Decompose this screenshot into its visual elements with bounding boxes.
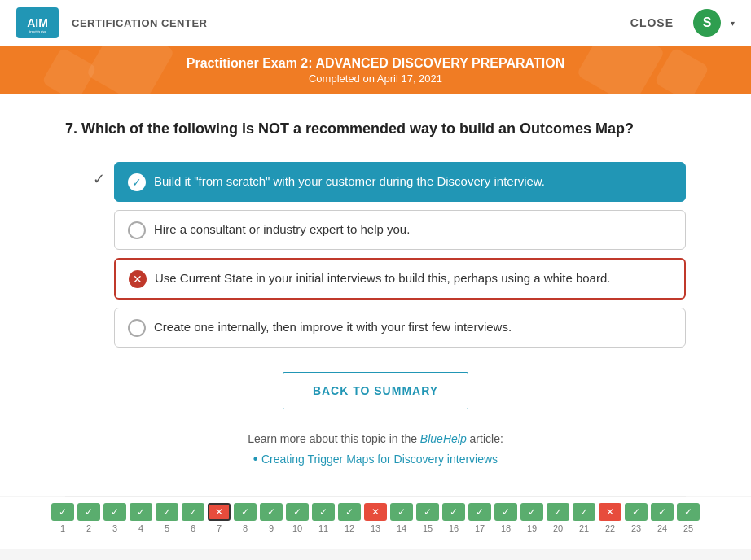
nav-dot-4[interactable]: ✓ <box>130 503 152 521</box>
checkmark-b <box>90 210 108 218</box>
banner-decoration-1 <box>86 46 174 94</box>
nav-dot-18[interactable]: ✓ <box>494 503 517 521</box>
nav-num-17: 17 <box>468 523 491 533</box>
nav-dot-13[interactable]: ✕ <box>364 503 387 521</box>
nav-num-8: 8 <box>234 523 257 533</box>
nav-dot-10[interactable]: ✓ <box>286 503 309 521</box>
option-d[interactable]: Create one internally, then improve it w… <box>114 308 686 348</box>
option-c-text: Use Current State in your initial interv… <box>155 269 610 287</box>
chevron-down-icon[interactable]: ▾ <box>731 19 735 28</box>
nav-num-13: 13 <box>364 523 387 533</box>
option-row-d: Create one internally, then improve it w… <box>90 308 686 348</box>
option-a-text: Build it "from scratch" with your custom… <box>154 173 545 190</box>
bluehelp-italic: BlueHelp <box>420 432 467 445</box>
nav-num-22: 22 <box>599 523 621 533</box>
learn-more-prefix: Learn more about this topic in the <box>248 432 420 445</box>
banner-decoration-3 <box>42 47 97 94</box>
option-c-x-icon: ✕ <box>129 270 147 288</box>
banner-decoration-2 <box>576 46 665 94</box>
nav-dot-20[interactable]: ✓ <box>547 503 569 521</box>
close-button[interactable]: CLOSE <box>621 11 683 34</box>
nav-num-6: 6 <box>182 523 204 533</box>
nav-num-19: 19 <box>520 523 543 533</box>
nav-num-4: 4 <box>130 523 152 533</box>
logo: AIM institute <box>16 7 59 38</box>
option-row-b: Hire a consultant or industry expert to … <box>90 210 686 250</box>
nav-num-2: 2 <box>77 523 100 533</box>
option-c[interactable]: ✕ Use Current State in your initial inte… <box>114 258 686 300</box>
nav-num-14: 14 <box>390 523 413 533</box>
option-row-c: ✕ Use Current State in your initial inte… <box>90 258 686 300</box>
question-body: Which of the following is NOT a recommen… <box>81 120 634 137</box>
nav-num-12: 12 <box>338 523 361 533</box>
nav-num-15: 15 <box>416 523 439 533</box>
nav-dot-22[interactable]: ✕ <box>599 503 621 521</box>
option-a-check-icon: ✓ <box>128 173 146 191</box>
article-link[interactable]: Creating Trigger Maps for Discovery inte… <box>261 453 498 466</box>
nav-dot-15[interactable]: ✓ <box>416 503 439 521</box>
article-link-row: Creating Trigger Maps for Discovery inte… <box>65 452 686 466</box>
nav-num-5: 5 <box>156 523 178 533</box>
nav-num-23: 23 <box>625 523 648 533</box>
nav-num-18: 18 <box>494 523 517 533</box>
header-left: AIM institute CERTIFICATION CENTER <box>16 7 207 38</box>
main-content: 7. Which of the following is NOT a recom… <box>0 94 751 496</box>
nav-num-9: 9 <box>260 523 283 533</box>
nav-dot-24[interactable]: ✓ <box>651 503 674 521</box>
nav-num-25: 25 <box>677 523 700 533</box>
nav-dot-6[interactable]: ✓ <box>182 503 204 521</box>
question-text: 7. Which of the following is NOT a recom… <box>65 119 686 139</box>
nav-dot-12[interactable]: ✓ <box>338 503 361 521</box>
back-to-summary-button[interactable]: BACK TO SUMMARY <box>283 372 468 409</box>
nav-dot-16[interactable]: ✓ <box>442 503 465 521</box>
checkmark-d <box>90 308 108 316</box>
svg-text:institute: institute <box>29 29 46 34</box>
nav-num-10: 10 <box>286 523 309 533</box>
learn-more-suffix: article: <box>467 432 503 445</box>
nav-dot-14[interactable]: ✓ <box>390 503 413 521</box>
option-d-radio-icon <box>128 319 146 337</box>
nav-num-21: 21 <box>573 523 595 533</box>
nav-dot-17[interactable]: ✓ <box>468 503 491 521</box>
nav-dot-11[interactable]: ✓ <box>312 503 335 521</box>
checkmark-c <box>90 258 108 266</box>
nav-dot-8[interactable]: ✓ <box>234 503 257 521</box>
exam-banner: Practitioner Exam 2: ADVANCED DISCOVERY … <box>0 46 751 94</box>
nav-num-7: 7 <box>208 523 231 533</box>
nav-dot-2[interactable]: ✓ <box>77 503 100 521</box>
option-b-radio-icon <box>128 221 146 239</box>
header-right: CLOSE S ▾ <box>621 9 735 37</box>
nav-dot-3[interactable]: ✓ <box>103 503 126 521</box>
correct-checkmark-a: ✓ <box>90 162 108 188</box>
nav-dot-25[interactable]: ✓ <box>677 503 700 521</box>
option-row-a: ✓ ✓ Build it "from scratch" with your cu… <box>90 162 686 202</box>
avatar[interactable]: S <box>693 9 721 37</box>
nav-num-24: 24 <box>651 523 674 533</box>
svg-text:AIM: AIM <box>27 16 48 29</box>
option-a[interactable]: ✓ Build it "from scratch" with your cust… <box>114 162 686 202</box>
option-b-text: Hire a consultant or industry expert to … <box>154 221 410 238</box>
button-area: BACK TO SUMMARY <box>65 372 686 409</box>
nav-dot-21[interactable]: ✓ <box>573 503 595 521</box>
question-nav: ✓✓✓✓✓✓✕✓✓✓✓✓✕✓✓✓✓✓✓✓✓✕✓✓✓ 12345678910111… <box>0 497 751 549</box>
options-list: ✓ ✓ Build it "from scratch" with your cu… <box>90 162 686 348</box>
nav-num-16: 16 <box>442 523 465 533</box>
nav-num-1: 1 <box>51 523 74 533</box>
nav-dot-7[interactable]: ✕ <box>208 503 231 521</box>
nav-numbers-row: 1234567891011121314151617181920212223242… <box>51 523 700 533</box>
nav-dot-19[interactable]: ✓ <box>520 503 543 521</box>
nav-dot-23[interactable]: ✓ <box>625 503 648 521</box>
nav-num-11: 11 <box>312 523 335 533</box>
header-title: CERTIFICATION CENTER <box>72 17 207 29</box>
option-d-text: Create one internally, then improve it w… <box>154 318 512 335</box>
nav-dot-5[interactable]: ✓ <box>156 503 178 521</box>
learn-more-text: Learn more about this topic in the BlueH… <box>65 432 686 445</box>
nav-dots-row: ✓✓✓✓✓✓✕✓✓✓✓✓✕✓✓✓✓✓✓✓✓✕✓✓✓ <box>51 503 700 521</box>
question-number: 7. <box>65 120 77 137</box>
nav-num-20: 20 <box>547 523 569 533</box>
header: AIM institute CERTIFICATION CENTER CLOSE… <box>0 0 751 46</box>
nav-dot-9[interactable]: ✓ <box>260 503 283 521</box>
nav-num-3: 3 <box>103 523 126 533</box>
nav-dot-1[interactable]: ✓ <box>51 503 74 521</box>
option-b[interactable]: Hire a consultant or industry expert to … <box>114 210 686 250</box>
